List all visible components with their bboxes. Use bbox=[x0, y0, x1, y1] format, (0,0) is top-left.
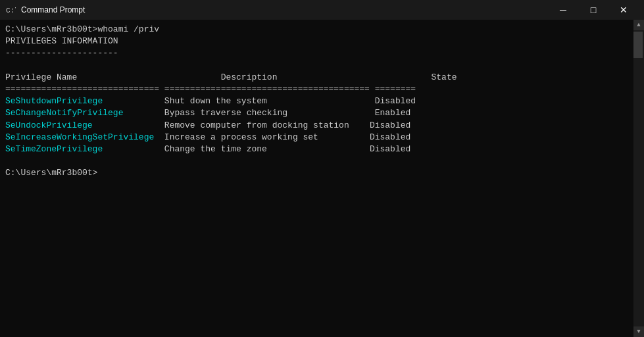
scroll-down-arrow[interactable]: ▼ bbox=[633, 326, 644, 337]
prompt-line: C:\Users\mRr3b00t> bbox=[5, 168, 97, 178]
command-line: C:\Users\mRr3b00t>whoami /priv bbox=[5, 24, 159, 34]
col-separator: ============================== =========… bbox=[5, 84, 416, 94]
priv-row-4: SeIncreaseWorkingSetPrivilege Increase a… bbox=[5, 132, 410, 142]
right-scrollbar[interactable]: ▲ ▼ bbox=[633, 20, 644, 337]
svg-text:C:\: C:\ bbox=[6, 7, 16, 14]
terminal-output[interactable]: C:\Users\mRr3b00t>whoami /priv PRIVILEGE… bbox=[0, 20, 633, 337]
column-headers: Privilege Name Description State bbox=[5, 72, 478, 82]
scroll-thumb[interactable] bbox=[633, 32, 643, 58]
header-line: PRIVILEGES INFORMATION bbox=[5, 36, 118, 46]
app-icon: C:\ bbox=[5, 5, 16, 15]
minimize-button[interactable]: ─ bbox=[548, 0, 578, 20]
window-title: Command Prompt bbox=[21, 5, 548, 14]
titlebar: C:\ Command Prompt ─ □ ✕ bbox=[0, 0, 644, 20]
priv-row-1: SeShutdownPrivilege Shut down the system… bbox=[5, 96, 416, 106]
scroll-up-arrow[interactable]: ▲ bbox=[633, 20, 644, 30]
command-prompt-window: C:\ Command Prompt ─ □ ✕ C:\Users\mRr3b0… bbox=[0, 0, 644, 337]
separator-line: ---------------------- bbox=[5, 48, 118, 58]
close-button[interactable]: ✕ bbox=[608, 0, 639, 20]
priv-row-5: SeTimeZonePrivilege Change the time zone… bbox=[5, 144, 410, 154]
window-controls: ─ □ ✕ bbox=[548, 0, 639, 20]
scroll-track[interactable] bbox=[633, 30, 644, 326]
maximize-button[interactable]: □ bbox=[578, 0, 608, 20]
priv-row-3: SeUndockPrivilege Remove computer from d… bbox=[5, 120, 410, 130]
priv-row-2: SeChangeNotifyPrivilege Bypass traverse … bbox=[5, 108, 416, 118]
content-area: C:\Users\mRr3b00t>whoami /priv PRIVILEGE… bbox=[0, 20, 644, 337]
